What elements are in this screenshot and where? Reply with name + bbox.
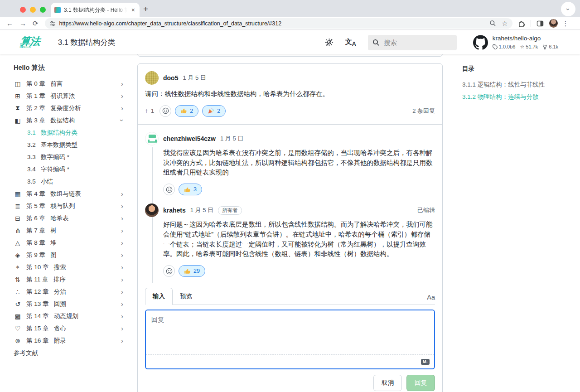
github-repo-link[interactable]: krahets/hello-algo 1.0.0b6 ☆51.7k 6.1k: [473, 34, 558, 51]
sidebar-subitem[interactable]: 3.5 小结: [14, 175, 127, 188]
divide-icon: ∴: [14, 288, 22, 295]
add-reaction-button[interactable]: [163, 265, 175, 277]
cancel-button[interactable]: 取消: [373, 375, 402, 391]
sidebar-item-chapter-2[interactable]: ⧗ 第 2 章 复杂度分析 ›: [14, 102, 127, 114]
extensions-icon[interactable]: [518, 20, 525, 27]
markdown-icon[interactable]: M↓: [421, 359, 430, 365]
browser-profile-avatar[interactable]: [549, 19, 558, 28]
chevron-down-icon[interactable]: ›: [118, 119, 126, 121]
comment-date[interactable]: 1 月 5 日: [183, 74, 206, 82]
side-panel-icon[interactable]: [536, 20, 544, 27]
sidebar-item-chapter-16[interactable]: ⊚ 第 16 章 附录 ›: [14, 334, 127, 347]
sidebar-item-chapter-1[interactable]: ⊞ 第 1 章 初识算法 ›: [14, 90, 127, 102]
search-input[interactable]: [384, 39, 443, 46]
chevron-right-icon[interactable]: ›: [121, 190, 123, 198]
site-settings-icon[interactable]: [49, 20, 56, 27]
chevron-right-icon[interactable]: ›: [121, 80, 123, 87]
sidebar-item-chapter-5[interactable]: ≣ 第 5 章 栈与队列 ›: [14, 200, 127, 212]
comment-author[interactable]: krahets: [163, 207, 186, 214]
fullscreen-window-button[interactable]: [40, 7, 46, 13]
chevron-right-icon[interactable]: ›: [121, 239, 123, 247]
tab-preview[interactable]: 预览: [173, 288, 199, 305]
tab-write[interactable]: 输入: [145, 288, 173, 305]
avatar[interactable]: [145, 71, 159, 85]
chevron-right-icon[interactable]: ›: [121, 288, 123, 295]
chevron-right-icon[interactable]: ›: [121, 263, 123, 271]
chevron-right-icon[interactable]: ›: [121, 251, 123, 259]
tree-icon: ⋔: [14, 227, 22, 234]
url-text[interactable]: https://www.hello-algo.com/chapter_data_…: [59, 20, 486, 27]
sidebar-item-chapter-3[interactable]: ◧ 第 3 章 数据结构 ›: [14, 114, 127, 126]
sidebar-subitem[interactable]: 3.1 数据结构分类: [14, 126, 127, 139]
chevron-right-icon[interactable]: ›: [121, 92, 123, 100]
close-window-button[interactable]: [20, 7, 26, 13]
sidebar-item-chapter-9[interactable]: ◈ 第 9 章 图 ›: [14, 249, 127, 261]
reaction-thumbs-up[interactable]: 2: [175, 105, 198, 117]
chevron-right-icon[interactable]: ›: [121, 202, 123, 210]
add-reaction-button[interactable]: [163, 184, 175, 195]
browser-toolbar: ← → ⟳ https://www.hello-algo.com/chapter…: [0, 17, 580, 30]
comment-author[interactable]: chenzhiwei54czw: [163, 135, 216, 142]
reaction-thumbs-up[interactable]: 29: [179, 265, 205, 277]
chevron-down-icon: ›: [565, 8, 572, 10]
sidebar-item-references[interactable]: 参考文献: [14, 347, 127, 359]
browser-tab[interactable]: 3.1 数据结构分类 - Hello 算法 ×: [51, 3, 140, 17]
text-format-toggle[interactable]: Aa: [427, 294, 435, 305]
reply-submit-button[interactable]: 回复: [406, 375, 435, 391]
sidebar-subitem[interactable]: 3.4 字符编码 *: [14, 163, 127, 175]
address-bar[interactable]: https://www.hello-algo.com/chapter_data_…: [45, 18, 512, 29]
chapter-label: 第 16 章 附录: [26, 337, 121, 345]
sidebar-nav: Hello 算法 ◫ 第 0 章 前言 › ⊞ 第 1 章 初识算法 › ⧗ 第…: [14, 63, 127, 359]
chevron-right-icon[interactable]: ›: [121, 337, 123, 344]
sidebar-item-chapter-0[interactable]: ◫ 第 0 章 前言 ›: [14, 77, 127, 90]
zoom-icon[interactable]: [489, 20, 496, 27]
bookmark-star-icon[interactable]: ☆: [502, 19, 508, 28]
search-box[interactable]: [368, 35, 457, 50]
forward-icon[interactable]: →: [19, 19, 26, 27]
toc-item[interactable]: 3.1.1 逻辑结构：线性与非线性: [462, 78, 571, 91]
sidebar-item-chapter-13[interactable]: ↺ 第 13 章 回溯 ›: [14, 298, 127, 310]
avatar[interactable]: [145, 132, 159, 145]
minimize-window-button[interactable]: [30, 7, 36, 13]
upvote-button[interactable]: ↑1: [145, 107, 154, 114]
chevron-right-icon[interactable]: ›: [121, 324, 123, 332]
reaction-tada[interactable]: 2: [202, 105, 226, 117]
sidebar-item-chapter-8[interactable]: △ 第 8 章 堆 ›: [14, 237, 127, 249]
theme-toggle-icon[interactable]: [325, 38, 334, 47]
reaction-thumbs-up[interactable]: 3: [179, 184, 202, 195]
tada-icon: [208, 107, 214, 114]
chevron-right-icon[interactable]: ›: [121, 276, 123, 283]
comment-date[interactable]: 1 月 5 日: [190, 206, 213, 214]
browser-menu-icon[interactable]: ⋮: [562, 19, 569, 28]
sidebar-item-chapter-6[interactable]: ⊟ 第 6 章 哈希表 ›: [14, 212, 127, 224]
add-reaction-button[interactable]: [160, 105, 171, 117]
sidebar-item-chapter-11[interactable]: ⇅ 第 11 章 排序 ›: [14, 273, 127, 286]
tab-close-icon[interactable]: ×: [130, 7, 136, 13]
chevron-right-icon[interactable]: ›: [121, 312, 123, 320]
sidebar-item-chapter-4[interactable]: ▦ 第 4 章 数组与链表 ›: [14, 188, 127, 200]
new-tab-button[interactable]: +: [143, 4, 148, 14]
chevron-right-icon[interactable]: ›: [121, 214, 123, 222]
sidebar-item-chapter-12[interactable]: ∴ 第 12 章 分治 ›: [14, 286, 127, 298]
sidebar-item-chapter-14[interactable]: ▩ 第 14 章 动态规划 ›: [14, 310, 127, 322]
reply-textarea[interactable]: [146, 310, 434, 355]
chevron-right-icon[interactable]: ›: [121, 300, 123, 308]
back-icon[interactable]: ←: [6, 19, 13, 27]
tab-search-button[interactable]: ›: [561, 2, 575, 16]
hello-algo-logo[interactable]: 算法HELLO: [19, 36, 40, 48]
chevron-right-icon[interactable]: ›: [121, 104, 123, 112]
translate-icon[interactable]: 文A: [345, 38, 356, 47]
shapes-icon: ◧: [14, 117, 22, 124]
avatar[interactable]: [145, 203, 159, 217]
comment-date[interactable]: 1 月 5 日: [220, 135, 243, 143]
chevron-right-icon[interactable]: ›: [121, 227, 123, 234]
sidebar-item-chapter-10[interactable]: ⌖ 第 10 章 搜索 ›: [14, 261, 127, 273]
sidebar-item-chapter-15[interactable]: ♡ 第 15 章 贪心 ›: [14, 322, 127, 334]
toc-item[interactable]: 3.1.2 物理结构：连续与分散: [462, 91, 571, 103]
reaction-count: 2: [190, 108, 193, 114]
sidebar-subitem[interactable]: 3.3 数字编码 *: [14, 151, 127, 163]
sidebar-item-chapter-7[interactable]: ⋔ 第 7 章 树 ›: [14, 224, 127, 237]
comment-author[interactable]: doo5: [163, 74, 178, 82]
sidebar-subitem[interactable]: 3.2 基本数据类型: [14, 139, 127, 151]
reload-icon[interactable]: ⟳: [33, 19, 39, 28]
